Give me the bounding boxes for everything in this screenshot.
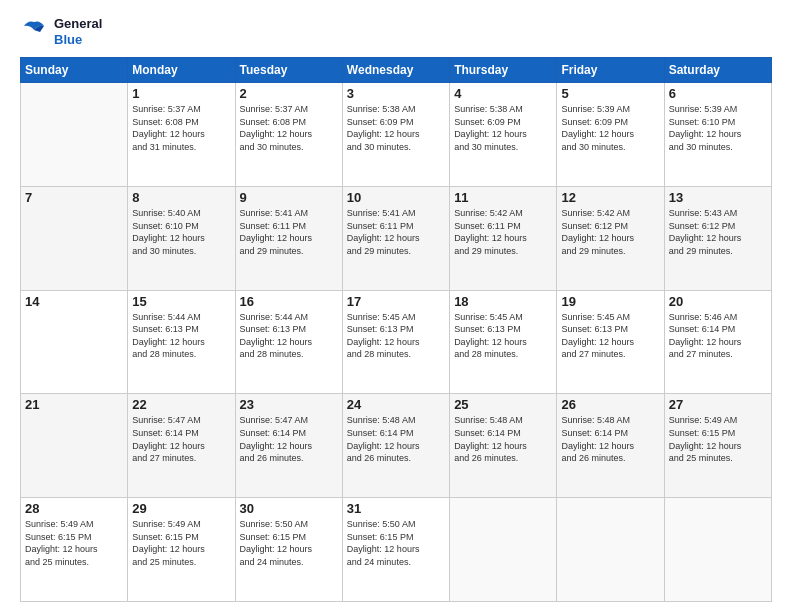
day-cell: 30Sunrise: 5:50 AMSunset: 6:15 PMDayligh…	[235, 498, 342, 602]
day-cell: 14	[21, 290, 128, 394]
day-cell: 26Sunrise: 5:48 AMSunset: 6:14 PMDayligh…	[557, 394, 664, 498]
day-info: Sunrise: 5:39 AMSunset: 6:10 PMDaylight:…	[669, 103, 767, 153]
day-cell: 4Sunrise: 5:38 AMSunset: 6:09 PMDaylight…	[450, 83, 557, 187]
day-cell	[557, 498, 664, 602]
day-cell: 29Sunrise: 5:49 AMSunset: 6:15 PMDayligh…	[128, 498, 235, 602]
week-row-4: 2122Sunrise: 5:47 AMSunset: 6:14 PMDayli…	[21, 394, 772, 498]
day-number: 29	[132, 501, 230, 516]
day-info: Sunrise: 5:41 AMSunset: 6:11 PMDaylight:…	[347, 207, 445, 257]
day-cell: 1Sunrise: 5:37 AMSunset: 6:08 PMDaylight…	[128, 83, 235, 187]
day-cell	[21, 83, 128, 187]
day-number: 21	[25, 397, 123, 412]
day-cell: 22Sunrise: 5:47 AMSunset: 6:14 PMDayligh…	[128, 394, 235, 498]
day-cell	[664, 498, 771, 602]
day-number: 14	[25, 294, 123, 309]
day-number: 26	[561, 397, 659, 412]
day-cell: 5Sunrise: 5:39 AMSunset: 6:09 PMDaylight…	[557, 83, 664, 187]
header: General Blue	[20, 16, 772, 47]
day-info: Sunrise: 5:45 AMSunset: 6:13 PMDaylight:…	[347, 311, 445, 361]
col-header-friday: Friday	[557, 58, 664, 83]
day-info: Sunrise: 5:43 AMSunset: 6:12 PMDaylight:…	[669, 207, 767, 257]
day-info: Sunrise: 5:46 AMSunset: 6:14 PMDaylight:…	[669, 311, 767, 361]
day-number: 17	[347, 294, 445, 309]
day-info: Sunrise: 5:49 AMSunset: 6:15 PMDaylight:…	[25, 518, 123, 568]
day-cell: 10Sunrise: 5:41 AMSunset: 6:11 PMDayligh…	[342, 186, 449, 290]
col-header-monday: Monday	[128, 58, 235, 83]
day-number: 10	[347, 190, 445, 205]
day-number: 6	[669, 86, 767, 101]
day-cell: 11Sunrise: 5:42 AMSunset: 6:11 PMDayligh…	[450, 186, 557, 290]
calendar-table: SundayMondayTuesdayWednesdayThursdayFrid…	[20, 57, 772, 602]
day-number: 5	[561, 86, 659, 101]
day-cell: 24Sunrise: 5:48 AMSunset: 6:14 PMDayligh…	[342, 394, 449, 498]
day-cell: 21	[21, 394, 128, 498]
logo: General Blue	[20, 16, 102, 47]
day-number: 27	[669, 397, 767, 412]
day-info: Sunrise: 5:48 AMSunset: 6:14 PMDaylight:…	[561, 414, 659, 464]
page: General Blue SundayMondayTuesdayWednesda…	[0, 0, 792, 612]
day-number: 2	[240, 86, 338, 101]
day-info: Sunrise: 5:49 AMSunset: 6:15 PMDaylight:…	[669, 414, 767, 464]
day-cell: 27Sunrise: 5:49 AMSunset: 6:15 PMDayligh…	[664, 394, 771, 498]
calendar-header-row: SundayMondayTuesdayWednesdayThursdayFrid…	[21, 58, 772, 83]
day-cell: 25Sunrise: 5:48 AMSunset: 6:14 PMDayligh…	[450, 394, 557, 498]
week-row-3: 1415Sunrise: 5:44 AMSunset: 6:13 PMDayli…	[21, 290, 772, 394]
day-cell: 23Sunrise: 5:47 AMSunset: 6:14 PMDayligh…	[235, 394, 342, 498]
day-cell: 31Sunrise: 5:50 AMSunset: 6:15 PMDayligh…	[342, 498, 449, 602]
day-number: 23	[240, 397, 338, 412]
logo-blue: Blue	[54, 32, 102, 48]
day-number: 8	[132, 190, 230, 205]
day-info: Sunrise: 5:50 AMSunset: 6:15 PMDaylight:…	[347, 518, 445, 568]
day-info: Sunrise: 5:41 AMSunset: 6:11 PMDaylight:…	[240, 207, 338, 257]
col-header-tuesday: Tuesday	[235, 58, 342, 83]
week-row-2: 78Sunrise: 5:40 AMSunset: 6:10 PMDayligh…	[21, 186, 772, 290]
day-cell: 16Sunrise: 5:44 AMSunset: 6:13 PMDayligh…	[235, 290, 342, 394]
day-number: 12	[561, 190, 659, 205]
day-info: Sunrise: 5:47 AMSunset: 6:14 PMDaylight:…	[240, 414, 338, 464]
day-info: Sunrise: 5:39 AMSunset: 6:09 PMDaylight:…	[561, 103, 659, 153]
day-cell: 9Sunrise: 5:41 AMSunset: 6:11 PMDaylight…	[235, 186, 342, 290]
day-info: Sunrise: 5:50 AMSunset: 6:15 PMDaylight:…	[240, 518, 338, 568]
day-info: Sunrise: 5:49 AMSunset: 6:15 PMDaylight:…	[132, 518, 230, 568]
day-number: 24	[347, 397, 445, 412]
day-info: Sunrise: 5:48 AMSunset: 6:14 PMDaylight:…	[454, 414, 552, 464]
day-number: 16	[240, 294, 338, 309]
day-cell: 12Sunrise: 5:42 AMSunset: 6:12 PMDayligh…	[557, 186, 664, 290]
week-row-1: 1Sunrise: 5:37 AMSunset: 6:08 PMDaylight…	[21, 83, 772, 187]
day-number: 15	[132, 294, 230, 309]
day-cell: 15Sunrise: 5:44 AMSunset: 6:13 PMDayligh…	[128, 290, 235, 394]
day-number: 7	[25, 190, 123, 205]
day-cell: 20Sunrise: 5:46 AMSunset: 6:14 PMDayligh…	[664, 290, 771, 394]
day-number: 3	[347, 86, 445, 101]
day-number: 13	[669, 190, 767, 205]
day-cell: 28Sunrise: 5:49 AMSunset: 6:15 PMDayligh…	[21, 498, 128, 602]
day-number: 4	[454, 86, 552, 101]
day-info: Sunrise: 5:42 AMSunset: 6:12 PMDaylight:…	[561, 207, 659, 257]
col-header-saturday: Saturday	[664, 58, 771, 83]
day-cell: 2Sunrise: 5:37 AMSunset: 6:08 PMDaylight…	[235, 83, 342, 187]
logo-bird-icon	[20, 18, 48, 46]
day-number: 9	[240, 190, 338, 205]
day-number: 1	[132, 86, 230, 101]
day-info: Sunrise: 5:37 AMSunset: 6:08 PMDaylight:…	[240, 103, 338, 153]
day-info: Sunrise: 5:47 AMSunset: 6:14 PMDaylight:…	[132, 414, 230, 464]
day-cell: 8Sunrise: 5:40 AMSunset: 6:10 PMDaylight…	[128, 186, 235, 290]
day-cell: 3Sunrise: 5:38 AMSunset: 6:09 PMDaylight…	[342, 83, 449, 187]
day-cell: 6Sunrise: 5:39 AMSunset: 6:10 PMDaylight…	[664, 83, 771, 187]
day-cell: 7	[21, 186, 128, 290]
day-info: Sunrise: 5:38 AMSunset: 6:09 PMDaylight:…	[347, 103, 445, 153]
day-number: 31	[347, 501, 445, 516]
day-number: 28	[25, 501, 123, 516]
day-cell: 17Sunrise: 5:45 AMSunset: 6:13 PMDayligh…	[342, 290, 449, 394]
day-cell: 13Sunrise: 5:43 AMSunset: 6:12 PMDayligh…	[664, 186, 771, 290]
week-row-5: 28Sunrise: 5:49 AMSunset: 6:15 PMDayligh…	[21, 498, 772, 602]
day-number: 18	[454, 294, 552, 309]
day-number: 25	[454, 397, 552, 412]
day-number: 11	[454, 190, 552, 205]
day-info: Sunrise: 5:45 AMSunset: 6:13 PMDaylight:…	[561, 311, 659, 361]
day-cell	[450, 498, 557, 602]
day-cell: 19Sunrise: 5:45 AMSunset: 6:13 PMDayligh…	[557, 290, 664, 394]
logo-general: General	[54, 16, 102, 32]
day-info: Sunrise: 5:45 AMSunset: 6:13 PMDaylight:…	[454, 311, 552, 361]
day-info: Sunrise: 5:38 AMSunset: 6:09 PMDaylight:…	[454, 103, 552, 153]
